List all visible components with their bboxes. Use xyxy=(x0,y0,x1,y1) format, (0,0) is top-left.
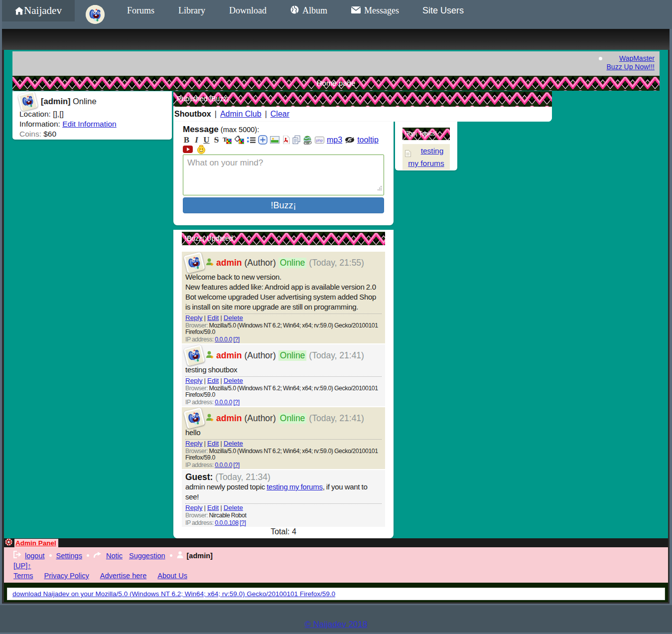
strikethrough-icon[interactable]: S xyxy=(213,135,220,145)
font-color-icon[interactable]: T xyxy=(223,135,232,145)
ip-question-link[interactable]: [?] xyxy=(233,336,239,343)
site-logo[interactable] xyxy=(86,5,105,24)
delete-link[interactable]: Delete xyxy=(224,314,243,321)
admin-club-link[interactable]: Admin Club xyxy=(220,110,262,119)
ip-link[interactable]: 0.0.0.108 xyxy=(215,519,239,526)
delete-link[interactable]: Delete xyxy=(224,377,243,384)
shout-author[interactable]: admin xyxy=(216,350,242,361)
ip-question-link[interactable]: [?] xyxy=(233,399,239,406)
shout-author-suffix: (Author) xyxy=(245,258,276,268)
image-icon[interactable] xyxy=(270,135,279,145)
ip-link[interactable]: 0.0.0.0 xyxy=(215,399,232,406)
shout-status: Online xyxy=(278,258,307,268)
suggestion-link[interactable]: Suggestion xyxy=(129,551,165,560)
youtube-icon[interactable] xyxy=(183,145,193,154)
delete-link[interactable]: Delete xyxy=(224,504,243,511)
about-link[interactable]: About Us xyxy=(157,571,187,580)
hide-icon[interactable] xyxy=(345,135,355,145)
action-separator: | xyxy=(220,377,222,384)
admin-name[interactable]: [admin] xyxy=(187,551,213,560)
delete-link[interactable]: Delete xyxy=(224,440,243,447)
ip-label: IP address: xyxy=(185,519,214,526)
topic-link[interactable]: testing my forums xyxy=(408,147,444,167)
topic-mention-link[interactable]: testing my forums xyxy=(267,482,322,491)
pdf-icon[interactable] xyxy=(282,135,290,145)
copyright-link[interactable]: © Naijadev 2018 xyxy=(305,620,368,629)
smiley-icon[interactable] xyxy=(197,145,206,154)
reply-link[interactable]: Reply xyxy=(185,377,203,384)
shout-input[interactable] xyxy=(183,155,384,195)
download-link[interactable]: download Naijadev on your Mozilla/5.0 (W… xyxy=(12,590,335,598)
ip-question-link[interactable]: [?] xyxy=(233,462,239,469)
settings-link[interactable]: Settings xyxy=(56,551,82,560)
shout-author[interactable]: admin xyxy=(216,258,242,268)
textarea-wrap xyxy=(183,155,384,195)
browser-value: Mozilla/5.0 (Windows NT 6.2; Win64; x64;… xyxy=(185,322,378,335)
edit-link[interactable]: Edit xyxy=(207,314,219,321)
nav-item-library[interactable]: Library xyxy=(178,5,205,16)
nav-item-forums[interactable]: Forums xyxy=(127,5,154,16)
breadcrumb: Home page xyxy=(12,76,660,91)
edit-link[interactable]: Edit xyxy=(207,377,219,384)
mp3-link[interactable]: mp3 xyxy=(327,135,342,145)
shout-author-suffix: (Author) xyxy=(245,413,276,424)
edit-information-link[interactable]: Edit Information xyxy=(62,120,117,128)
logout-link[interactable]: logout xyxy=(25,551,45,560)
nav-item-label: Messages xyxy=(364,5,399,16)
nav-item-download[interactable]: Download xyxy=(229,5,267,16)
reply-link[interactable]: Reply xyxy=(185,504,203,511)
edit-link[interactable]: Edit xyxy=(207,440,219,447)
ip-question-link[interactable]: [?] xyxy=(240,519,246,526)
ip-label: IP address: xyxy=(185,336,214,343)
admin-links-panel: logout Settings Notic Suggestion [admin]… xyxy=(4,547,668,583)
advertise-link[interactable]: Advertise here xyxy=(100,571,147,580)
admin-panel-link[interactable]: Admin Panel xyxy=(14,539,58,547)
person-icon xyxy=(177,551,183,560)
nav-item-site-users[interactable]: Site Users xyxy=(422,0,464,25)
nav-item-messages[interactable]: Messages xyxy=(351,5,399,16)
page-band: WapMaster Buzz Up Now!!! Home page [admi… xyxy=(2,29,670,604)
total-count: Total: 4 xyxy=(182,527,385,537)
wapmaster-link[interactable]: WapMaster xyxy=(619,54,655,62)
list-icon[interactable] xyxy=(247,135,256,145)
wapmaster-item: WapMaster xyxy=(607,54,655,63)
topic-item: testing my forums xyxy=(403,144,450,170)
bold-icon[interactable]: B xyxy=(183,135,190,145)
reply-link[interactable]: Reply xyxy=(185,440,203,447)
add-icon[interactable] xyxy=(258,135,268,145)
home-banner: Home page xyxy=(12,76,660,91)
notic-link[interactable]: Notic xyxy=(106,551,123,560)
download-section: download Naijadev on your Mozilla/5.0 (W… xyxy=(4,583,668,602)
edit-link[interactable]: Edit xyxy=(207,504,219,511)
top-topics-title: !Top¡ Topics! xyxy=(403,128,450,140)
reply-link[interactable]: Reply xyxy=(185,314,203,321)
php-icon[interactable]: php xyxy=(315,135,324,145)
clear-link[interactable]: Clear xyxy=(270,110,289,119)
shout-item: admin (Author) Online (Today, 21:41) tes… xyxy=(182,344,385,406)
nav-item-label: Forums xyxy=(127,5,154,16)
privacy-link[interactable]: Privacy Policy xyxy=(44,571,89,580)
terms-link[interactable]: Terms xyxy=(13,571,33,580)
brand[interactable]: Naijadev xyxy=(2,0,75,21)
browser-label: Browser: xyxy=(185,385,208,392)
form-row: Message (max 5000): B I U S T xyxy=(173,122,552,225)
up-link[interactable]: [UP]↑ xyxy=(13,562,31,570)
nav-item-album[interactable]: Album xyxy=(290,5,327,16)
copy-icon[interactable] xyxy=(292,135,300,145)
shoutbox-tab[interactable]: Shoutbox xyxy=(174,110,211,119)
link-globe-icon[interactable] xyxy=(303,135,312,145)
shout-body-line: hello xyxy=(185,428,382,438)
buzz-up-link[interactable]: Buzz Up Now!!! xyxy=(607,63,655,71)
italic-icon[interactable]: I xyxy=(193,135,200,145)
underline-icon[interactable]: U xyxy=(203,135,210,145)
information-label: Information: xyxy=(19,120,60,128)
buzz-submit-button[interactable]: !Buzz¡ xyxy=(183,197,384,213)
tooltip-link[interactable]: tooltip xyxy=(357,135,379,145)
ip-label: IP address: xyxy=(185,399,214,406)
shout-author[interactable]: admin xyxy=(216,413,242,424)
ip-link[interactable]: 0.0.0.0 xyxy=(215,336,232,343)
ip-link[interactable]: 0.0.0.0 xyxy=(215,462,232,469)
fill-color-icon[interactable] xyxy=(235,135,245,145)
navbar: Naijadev Forums Library Download Album M… xyxy=(2,0,672,29)
shouts-header: !Buzz¡ Updated xyxy=(182,232,385,245)
